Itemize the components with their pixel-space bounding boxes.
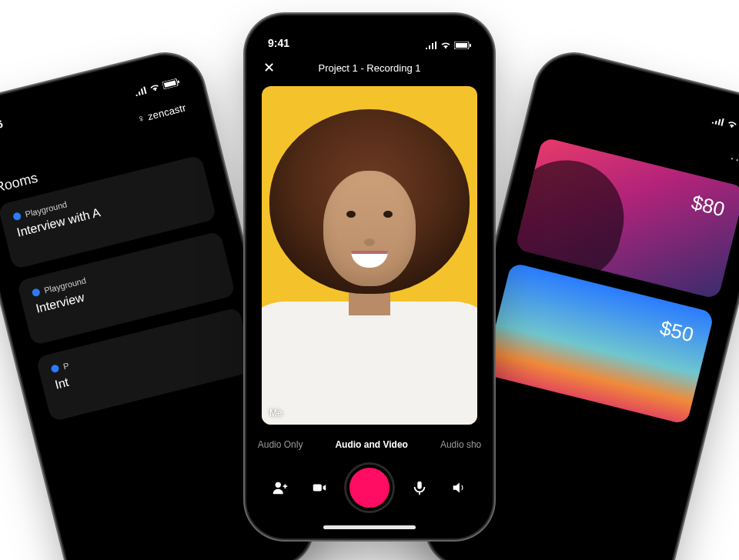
svg-point-9 bbox=[275, 482, 280, 488]
battery-icon bbox=[454, 42, 471, 49]
signal-icon bbox=[134, 86, 148, 97]
tag-dot-icon bbox=[12, 212, 22, 221]
person-face bbox=[323, 171, 416, 286]
signal-icon bbox=[711, 116, 725, 127]
price-value: $80 bbox=[689, 191, 727, 222]
add-person-icon[interactable] bbox=[267, 475, 293, 501]
status-time: 9:46 bbox=[0, 118, 4, 135]
participant-label: Me bbox=[269, 408, 283, 418]
speaker-icon[interactable] bbox=[446, 475, 472, 501]
phone-center: 9:41 ✕ Project 1 - Recording 1 bbox=[246, 15, 493, 538]
mode-audio-video[interactable]: Audio and Video bbox=[335, 439, 407, 450]
svg-rect-2 bbox=[178, 80, 180, 83]
person-body bbox=[262, 302, 477, 425]
wifi-icon bbox=[726, 119, 738, 129]
tag-dot-icon bbox=[50, 364, 59, 373]
microphone-icon[interactable] bbox=[406, 475, 433, 501]
page-title: Project 1 - Recording 1 bbox=[319, 62, 421, 74]
home-indicator[interactable] bbox=[323, 525, 416, 529]
svg-rect-8 bbox=[470, 44, 471, 47]
mode-selector[interactable]: Audio Only Audio and Video Audio sho bbox=[251, 432, 488, 457]
battery-icon bbox=[162, 78, 180, 89]
tag-dot-icon bbox=[32, 288, 41, 297]
signal-icon bbox=[425, 42, 437, 49]
brand-label: ♀ zencastr bbox=[136, 102, 187, 125]
more-menu-icon[interactable]: ··· bbox=[728, 149, 739, 168]
camera-icon[interactable] bbox=[306, 475, 333, 501]
status-time: 9:41 bbox=[268, 37, 289, 49]
status-icons bbox=[711, 116, 739, 135]
record-button[interactable] bbox=[346, 465, 393, 511]
wifi-icon bbox=[440, 42, 451, 49]
svg-rect-11 bbox=[417, 482, 422, 489]
wifi-icon bbox=[149, 83, 161, 93]
price-value: $50 bbox=[657, 316, 696, 348]
video-preview[interactable]: Me bbox=[262, 86, 477, 425]
status-icons bbox=[425, 42, 471, 49]
recording-toolbar bbox=[251, 460, 488, 515]
mode-audio-short[interactable]: Audio sho bbox=[440, 439, 481, 450]
svg-rect-7 bbox=[456, 43, 467, 48]
svg-rect-10 bbox=[313, 484, 322, 491]
status-icons bbox=[134, 78, 181, 96]
notch bbox=[312, 20, 427, 43]
close-icon[interactable]: ✕ bbox=[263, 61, 275, 75]
mode-audio-only[interactable]: Audio Only bbox=[258, 439, 303, 450]
